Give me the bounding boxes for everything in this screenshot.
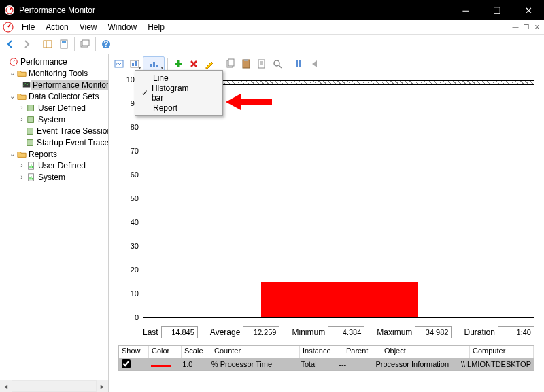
highlight-button[interactable] [202,56,217,71]
back-button[interactable] [3,37,18,52]
scroll-left-button[interactable]: ◄ [0,380,12,392]
collapse-icon[interactable]: ⌄ [8,150,16,158]
properties-button[interactable] [56,37,71,52]
col-object[interactable]: Object [381,346,470,358]
report-icon [26,160,37,171]
tree-node-reports-user-defined[interactable]: › User Defined [0,160,108,171]
tree-node-monitoring-tools[interactable]: ⌄ Monitoring Tools [0,67,108,79]
maximize-button[interactable]: ☐ [481,0,513,20]
col-scale[interactable]: Scale [182,346,211,358]
dropdown-report[interactable]: Report [135,101,222,115]
svg-rect-8 [82,40,89,46]
col-color[interactable]: Color [149,346,182,358]
tree-node-performance[interactable]: Performance [0,56,108,67]
svg-rect-27 [132,63,134,66]
counter-row[interactable]: 1.0 % Processor Time _Total --- Processo… [119,358,534,370]
expand-icon[interactable]: › [18,115,26,123]
mdi-close-button[interactable]: ✕ [532,22,543,32]
col-show[interactable]: Show [119,346,149,358]
expand-icon[interactable]: › [18,162,26,169]
tree-horizontal-scrollbar[interactable]: ◄ ► [0,380,108,392]
tree-node-performance-monitor[interactable]: Performance Monitor [0,79,108,90]
y-axis-tick: 50 [118,194,139,202]
window-title: Performance Monitor [19,5,450,15]
collapse-icon[interactable]: ⌄ [8,92,16,100]
y-axis-tick: 0 [118,313,139,321]
perfmon-icon [8,56,19,67]
tree-node-startup-event-trace[interactable]: Startup Event Trace Sessions [0,137,108,148]
svg-rect-22 [29,177,30,180]
view-log-button[interactable]: ▼ [127,56,142,71]
svg-text:?: ? [103,39,108,49]
tree-node-event-trace[interactable]: Event Trace Sessions [0,125,108,137]
results-pane: ▼ ▼ Last 14.845 Average [109,54,544,392]
close-button[interactable]: ✕ [513,0,544,20]
zoom-button[interactable] [270,56,285,71]
y-axis-tick: 10 [118,289,139,298]
dropdown-histogram[interactable]: Histogram bar [135,86,222,101]
new-window-button[interactable] [78,37,92,52]
properties-button[interactable] [254,56,269,71]
update-data-button[interactable] [307,56,322,71]
show-checkbox[interactable] [122,359,131,368]
svg-rect-3 [44,41,52,48]
object-cell: Processor Information [373,360,458,368]
show-checkbox-cell[interactable] [119,359,148,370]
mdi-minimize-button[interactable]: — [510,22,521,32]
duration-label: Duration [464,327,494,337]
freeze-display-button[interactable] [291,56,306,71]
expand-icon[interactable]: › [18,104,26,111]
svg-line-40 [279,65,282,68]
svg-rect-6 [62,41,66,43]
change-graph-type-button[interactable]: ▼ [143,56,165,71]
minimum-label: Minimum [292,327,325,337]
minimize-button[interactable]: ─ [450,0,481,20]
col-counter[interactable]: Counter [211,346,300,358]
tree-node-reports[interactable]: ⌄ Reports [0,148,108,160]
menu-help[interactable]: Help [142,21,170,33]
computer-cell: \\ILMIONTDESKTOP [458,360,534,368]
average-value: 12.259 [243,326,279,338]
tree-node-reports-system[interactable]: › System [0,171,108,183]
dataset-icon [26,103,37,113]
perfmon-document-icon [3,22,14,33]
scrollbar-track[interactable] [12,380,97,392]
expand-icon[interactable]: › [18,173,26,181]
collapse-icon[interactable]: ⌄ [8,69,16,77]
help-button[interactable]: ? [99,37,114,52]
svg-point-39 [274,60,279,66]
paste-counter-button[interactable] [239,56,254,71]
perfmon-app-icon [4,5,15,16]
scroll-right-button[interactable]: ► [97,380,108,392]
delete-counter-button[interactable] [186,56,201,71]
svg-marker-43 [226,94,272,110]
copy-properties-button[interactable] [223,56,238,71]
navigation-tree-pane: Performance ⌄ Monitoring Tools Performan… [0,54,109,392]
y-axis-tick: 80 [118,123,139,131]
y-axis-tick: 20 [118,266,139,274]
svg-rect-23 [31,176,31,179]
col-parent[interactable]: Parent [343,346,381,358]
svg-rect-24 [32,177,33,179]
mdi-restore-button[interactable]: ❐ [521,22,532,32]
window-titlebar: Performance Monitor ─ ☐ ✕ [0,0,544,20]
tree-node-system[interactable]: › System [0,113,108,125]
counter-cell: % Processor Time [209,360,294,368]
tree-node-user-defined[interactable]: › User Defined [0,102,108,113]
show-hide-tree-button[interactable] [40,37,55,52]
menu-window[interactable]: Window [103,21,143,33]
last-value: 14.845 [161,326,198,338]
y-axis-tick: 60 [118,171,139,179]
tree-node-data-collector-sets[interactable]: ⌄ Data Collector Sets [0,90,108,102]
svg-rect-5 [61,40,67,48]
col-instance[interactable]: Instance [300,346,343,358]
add-counter-button[interactable] [171,56,186,71]
counters-header: Show Color Scale Counter Instance Parent… [119,346,534,358]
col-computer[interactable]: Computer [470,346,534,358]
annotation-arrow [226,91,272,115]
menu-action[interactable]: Action [40,21,73,33]
forward-button[interactable] [19,37,34,52]
view-current-button[interactable] [112,56,126,71]
menu-file[interactable]: File [16,21,40,33]
menu-view[interactable]: View [74,21,103,33]
